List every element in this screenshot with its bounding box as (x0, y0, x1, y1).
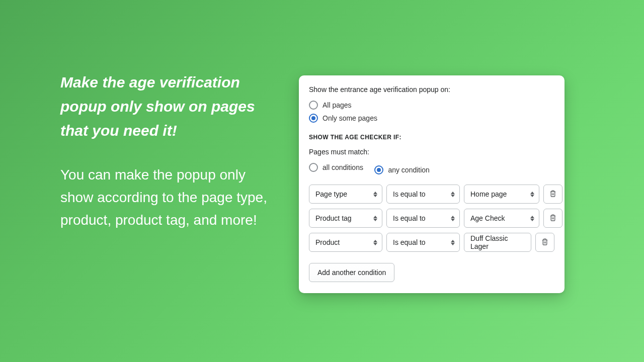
condition-rows: Page type Is equal to Home page (309, 185, 554, 252)
radio-any-condition-label: any condition (388, 166, 430, 174)
trash-icon (549, 190, 557, 199)
section-heading: SHOW THE AGE CHECKER IF: (309, 134, 554, 141)
sort-caret-icon (530, 192, 535, 197)
radio-all-pages-label: All pages (323, 101, 352, 109)
promo-body: You can make the popup only show accordi… (60, 164, 282, 231)
sort-caret-icon (373, 192, 378, 197)
operator-select[interactable]: Is equal to (386, 185, 460, 204)
sort-caret-icon (450, 216, 455, 221)
field-select[interactable]: Page type (309, 185, 382, 204)
operator-select-value: Is equal to (393, 214, 426, 222)
value-input[interactable]: Duff Classic Lager (464, 233, 531, 252)
radio-only-some-pages[interactable]: Only some pages (309, 112, 554, 125)
field-select-value: Product (315, 238, 340, 246)
value-input-value: Duff Classic Lager (470, 234, 525, 250)
value-select[interactable]: Age Check (464, 209, 539, 228)
show-on-label: Show the entrance age verification popup… (309, 85, 554, 94)
sort-caret-icon (373, 216, 378, 221)
delete-condition-button[interactable] (543, 209, 562, 228)
trash-icon (549, 214, 557, 223)
operator-select-value: Is equal to (393, 190, 426, 198)
add-condition-label: Add another condition (317, 268, 386, 277)
radio-any-condition[interactable]: any condition (374, 163, 430, 176)
field-select[interactable]: Product (309, 233, 382, 252)
delete-condition-button[interactable] (543, 185, 562, 204)
sort-caret-icon (450, 192, 455, 197)
condition-row: Page type Is equal to Home page (309, 185, 554, 204)
sort-caret-icon (530, 216, 535, 221)
delete-condition-button[interactable] (535, 233, 554, 252)
operator-select[interactable]: Is equal to (386, 209, 460, 228)
field-select-value: Product tag (315, 214, 352, 222)
value-select[interactable]: Home page (464, 185, 539, 204)
radio-icon (309, 163, 318, 172)
trash-icon (541, 238, 549, 247)
radio-all-conditions-label: all conditions (323, 163, 363, 171)
value-select-value: Home page (470, 190, 507, 198)
operator-select-value: Is equal to (393, 238, 426, 246)
radio-icon (374, 165, 383, 174)
condition-row: Product tag Is equal to Age Check (309, 209, 554, 228)
radio-icon (309, 114, 318, 123)
radio-only-some-pages-label: Only some pages (323, 114, 377, 122)
add-condition-button[interactable]: Add another condition (309, 263, 394, 282)
promo-copy: Make the age verification popup only sho… (60, 70, 282, 231)
sort-caret-icon (373, 240, 378, 245)
sort-caret-icon (450, 240, 455, 245)
match-label: Pages must match: (309, 148, 554, 156)
operator-select[interactable]: Is equal to (386, 233, 460, 252)
radio-icon (309, 101, 318, 110)
radio-all-conditions[interactable]: all conditions (309, 161, 363, 174)
condition-row: Product Is equal to Duff Classic Lager (309, 233, 554, 252)
settings-card: Show the entrance age verification popup… (299, 75, 565, 293)
field-select[interactable]: Product tag (309, 209, 382, 228)
value-select-value: Age Check (470, 214, 505, 222)
promo-headline: Make the age verification popup only sho… (60, 70, 282, 143)
field-select-value: Page type (315, 190, 347, 198)
radio-all-pages[interactable]: All pages (309, 99, 554, 112)
